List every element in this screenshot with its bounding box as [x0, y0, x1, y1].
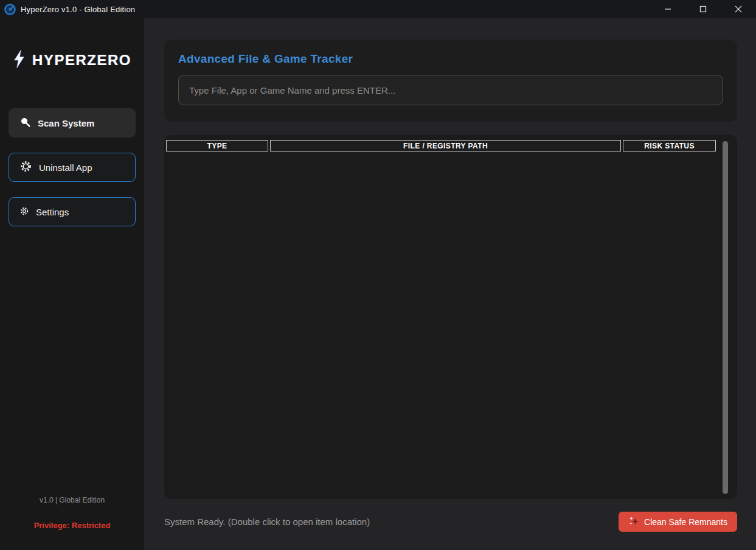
table-body-empty: [166, 151, 716, 492]
app-window: HyperZero v1.0 - Global Edition HYP: [0, 0, 756, 550]
clean-safe-remnants-button[interactable]: Clean Safe Remnants: [619, 512, 737, 532]
results-table: TYPE FILE / REGISTRY PATH RISK STATUS: [164, 135, 737, 499]
gauge-icon: [4, 4, 16, 15]
status-message: System Ready. (Double click to open item…: [164, 517, 370, 527]
sidebar-nav: Scan System Uninstall App: [0, 108, 144, 226]
gear-icon: [20, 161, 32, 174]
sidebar-item-label: Uninstall App: [39, 162, 92, 173]
column-header-path: FILE / REGISTRY PATH: [270, 140, 621, 151]
scrollbar-thumb[interactable]: [723, 141, 728, 494]
lightning-bolt-icon: [13, 50, 26, 71]
privilege-status: Privilege: Restricted: [0, 521, 144, 530]
app-logo-text: HYPERZERO: [32, 52, 131, 69]
page-title: Advanced File & Game Tracker: [178, 52, 723, 66]
minimize-icon[interactable]: [650, 0, 685, 18]
sidebar-item-uninstall-app[interactable]: Uninstall App: [9, 153, 136, 182]
column-header-type: TYPE: [166, 140, 268, 151]
tracker-card: Advanced File & Game Tracker: [164, 40, 737, 122]
table-scrollbar[interactable]: [723, 141, 728, 493]
search-input[interactable]: [178, 75, 723, 105]
sidebar-item-scan-system[interactable]: Scan System: [9, 108, 136, 138]
maximize-icon[interactable]: [685, 0, 721, 18]
sidebar-item-label: Settings: [36, 207, 69, 217]
main-content: Advanced File & Game Tracker TYPE FILE /…: [144, 18, 756, 550]
column-header-risk: RISK STATUS: [623, 140, 716, 151]
status-bar: System Ready. (Double click to open item…: [164, 512, 737, 532]
window-title: HyperZero v1.0 - Global Edition: [21, 5, 135, 14]
sparkles-icon: [628, 515, 639, 528]
dial-icon: [20, 207, 29, 217]
sidebar-footer: v1.0 | Global Edition Privilege: Restric…: [0, 496, 144, 550]
window-controls: [650, 0, 756, 18]
table-header-row: TYPE FILE / REGISTRY PATH RISK STATUS: [166, 140, 716, 151]
sidebar-item-settings[interactable]: Settings: [9, 197, 136, 226]
app-logo: HYPERZERO: [0, 50, 144, 71]
clean-button-label: Clean Safe Remnants: [644, 517, 727, 527]
title-bar: HyperZero v1.0 - Global Edition: [0, 0, 756, 18]
sidebar: HYPERZERO Scan System: [0, 18, 144, 550]
magnifier-icon: [20, 117, 30, 129]
sidebar-item-label: Scan System: [38, 118, 94, 128]
version-label: v1.0 | Global Edition: [0, 496, 144, 504]
close-icon[interactable]: [721, 0, 756, 18]
